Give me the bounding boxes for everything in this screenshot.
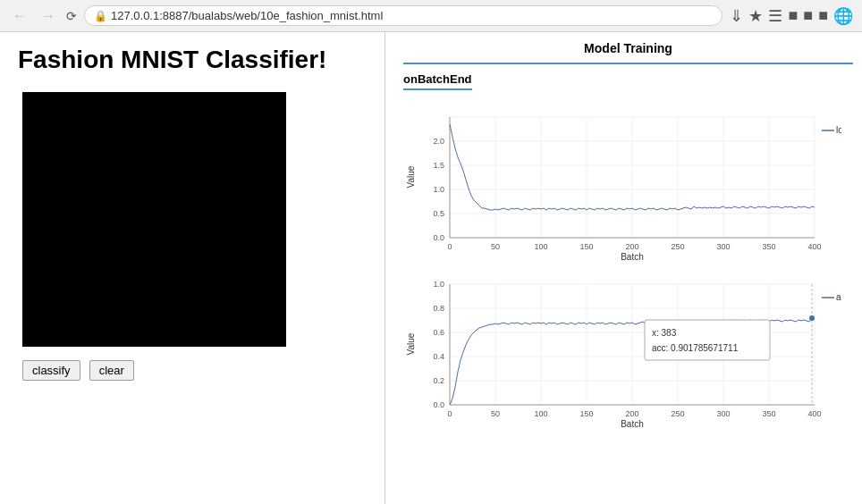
clear-button[interactable]: clear <box>89 360 134 381</box>
right-panel: Model Training onBatchEnd <box>385 32 862 504</box>
svg-text:350: 350 <box>762 409 775 418</box>
bookmark-icon[interactable]: ★ <box>748 6 763 26</box>
url-text: 127.0.0.1:8887/bualabs/web/10e_fashion_m… <box>111 9 383 22</box>
svg-text:0: 0 <box>447 242 452 251</box>
svg-text:100: 100 <box>534 409 547 418</box>
svg-text:200: 200 <box>625 242 638 251</box>
globe-icon[interactable]: 🌐 <box>833 6 853 26</box>
svg-text:1.0: 1.0 <box>433 185 444 194</box>
svg-text:0.0: 0.0 <box>433 233 444 242</box>
svg-text:1.5: 1.5 <box>433 161 444 170</box>
svg-text:0.5: 0.5 <box>433 209 444 218</box>
svg-text:0.8: 0.8 <box>433 304 444 313</box>
charts-container: 0.0 0.5 1.0 1.5 2.0 0 50 100 150 200 250… <box>403 99 853 432</box>
lock-icon: 🔒 <box>94 10 107 22</box>
svg-text:x: 383: x: 383 <box>652 328 677 338</box>
svg-text:Value: Value <box>406 332 416 355</box>
adblock-icon[interactable]: ■ <box>803 6 813 25</box>
browser-chrome: ← → ⟳ 🔒 127.0.0.1:8887/bualabs/web/10e_f… <box>0 0 862 32</box>
browser-actions: ⇓ ★ ☰ ■ ■ ■ 🌐 <box>730 6 853 26</box>
reload-button[interactable]: ⟳ <box>66 9 77 23</box>
chart-title: Model Training <box>403 41 853 64</box>
svg-text:150: 150 <box>579 409 593 418</box>
button-row: classify clear <box>22 360 367 381</box>
svg-text:350: 350 <box>762 242 775 251</box>
svg-text:200: 200 <box>625 409 638 418</box>
svg-text:400: 400 <box>807 242 821 251</box>
menu-icon[interactable]: ☰ <box>768 6 782 26</box>
svg-text:250: 250 <box>671 242 684 251</box>
left-panel: Fashion MNIST Classifier! classify clear <box>0 32 385 504</box>
svg-text:300: 300 <box>716 242 730 251</box>
svg-text:loss: loss <box>836 125 841 135</box>
svg-text:50: 50 <box>491 242 500 251</box>
svg-text:50: 50 <box>491 409 500 418</box>
drawing-canvas[interactable] <box>22 92 286 347</box>
svg-text:Value: Value <box>406 165 416 188</box>
loss-chart-wrapper: 0.0 0.5 1.0 1.5 2.0 0 50 100 150 200 250… <box>403 99 853 265</box>
svg-text:0.6: 0.6 <box>433 328 444 337</box>
svg-rect-71 <box>645 320 770 360</box>
forward-button[interactable]: → <box>38 8 59 24</box>
extensions-icon[interactable]: ■ <box>788 6 798 25</box>
svg-text:0: 0 <box>447 409 452 418</box>
svg-text:acc: 0.901785671711: acc: 0.901785671711 <box>652 343 739 353</box>
svg-text:Batch: Batch <box>621 252 644 262</box>
svg-text:400: 400 <box>807 409 821 418</box>
svg-text:150: 150 <box>579 242 593 251</box>
svg-text:acc: acc <box>836 292 841 302</box>
acc-chart-wrapper: 0.0 0.2 0.4 0.6 0.8 1.0 0 50 100 150 200… <box>403 266 853 432</box>
acc-chart: 0.0 0.2 0.4 0.6 0.8 1.0 0 50 100 150 200… <box>403 266 841 432</box>
svg-text:1.0: 1.0 <box>433 280 444 289</box>
svg-text:0.2: 0.2 <box>433 376 444 385</box>
svg-text:0.4: 0.4 <box>433 352 444 361</box>
classify-button[interactable]: classify <box>22 360 80 381</box>
svg-text:Batch: Batch <box>621 419 644 429</box>
back-button[interactable]: ← <box>9 8 30 24</box>
svg-text:300: 300 <box>716 409 730 418</box>
extra-icon[interactable]: ■ <box>818 6 828 25</box>
svg-point-75 <box>809 315 815 321</box>
page-title: Fashion MNIST Classifier! <box>18 46 367 74</box>
address-bar[interactable]: 🔒 127.0.0.1:8887/bualabs/web/10e_fashion… <box>84 5 723 26</box>
svg-text:0.0: 0.0 <box>433 400 444 409</box>
page-content: Fashion MNIST Classifier! classify clear… <box>0 32 862 504</box>
download-icon[interactable]: ⇓ <box>730 6 743 26</box>
tab-on-batch-end[interactable]: onBatchEnd <box>403 72 472 90</box>
svg-text:250: 250 <box>671 409 684 418</box>
svg-text:2.0: 2.0 <box>433 137 444 146</box>
tab-row: onBatchEnd <box>403 71 853 90</box>
svg-text:100: 100 <box>534 242 547 251</box>
loss-chart: 0.0 0.5 1.0 1.5 2.0 0 50 100 150 200 250… <box>403 99 841 265</box>
